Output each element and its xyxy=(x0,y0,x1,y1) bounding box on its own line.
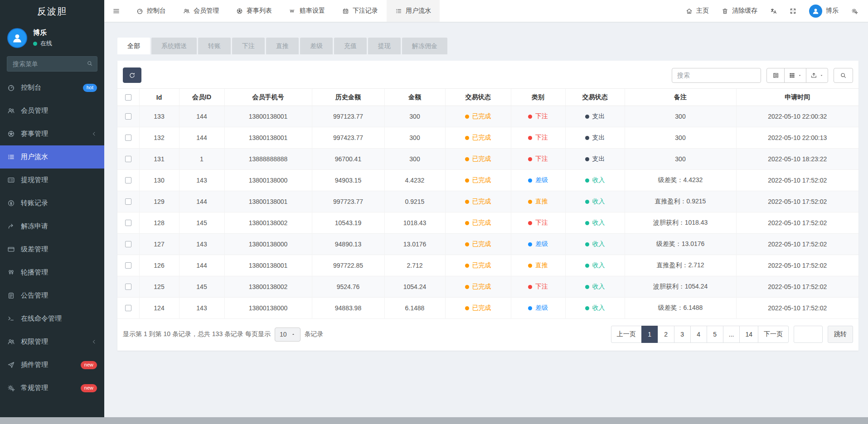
sidebar-item-label: 赛事管理 xyxy=(21,130,48,138)
sidebar-item-online-commands[interactable]: 在线命令管理 xyxy=(0,307,104,330)
pagination-page-4[interactable]: 4 xyxy=(690,326,707,343)
cell-member-id: 143 xyxy=(179,170,224,191)
pagination-ellipsis[interactable]: ... xyxy=(723,326,740,343)
status-text: 收入 xyxy=(592,283,605,291)
sidebar-item-carousel[interactable]: 轮播管理 xyxy=(0,261,104,284)
topnav-item-members[interactable]: 会员管理 xyxy=(175,0,228,22)
row-checkbox[interactable] xyxy=(125,156,131,162)
topnav-item-label: 会员管理 xyxy=(194,7,219,15)
toolbar-export-button[interactable] xyxy=(806,68,828,83)
sidebar-item-unfreeze[interactable]: 解冻申请 xyxy=(0,215,104,238)
refresh-button[interactable] xyxy=(123,67,141,83)
sidebar-item-matches[interactable]: 赛事管理 xyxy=(0,122,104,145)
sidebar-toggle-button[interactable] xyxy=(104,0,128,22)
pagination-page-2[interactable]: 2 xyxy=(658,326,674,343)
status-dot xyxy=(585,264,589,268)
cell-member-id: 143 xyxy=(179,298,224,319)
pagination-page-14[interactable]: 14 xyxy=(739,326,758,343)
row-checkbox[interactable] xyxy=(125,284,131,290)
category-badge: 直推 xyxy=(528,198,548,206)
column-header-1: 会员ID xyxy=(179,89,224,106)
status-dot xyxy=(528,136,532,140)
sidebar-item-dashboard[interactable]: 控制台hot xyxy=(0,76,104,99)
cell-status: 已完成 xyxy=(445,276,511,298)
cell-amount: 4.4232 xyxy=(384,170,445,191)
share-icon xyxy=(7,222,15,230)
tab-unfreeze-commission[interactable]: 解冻佣金 xyxy=(402,38,447,54)
row-checkbox[interactable] xyxy=(125,198,131,205)
tab-transfer[interactable]: 转账 xyxy=(198,38,231,54)
tab-direct-push[interactable]: 直推 xyxy=(266,38,299,54)
topnav-item-bet-records[interactable]: 下注记录 xyxy=(334,0,387,22)
pagination-prev[interactable]: 上一页 xyxy=(611,326,642,343)
topnav-user[interactable]: 博乐 xyxy=(803,0,845,22)
select-all-checkbox[interactable] xyxy=(125,94,131,101)
cell-time: 2022-05-10 17:52:02 xyxy=(736,298,858,319)
tab-level-diff[interactable]: 差级 xyxy=(300,38,333,54)
user-avatar-small xyxy=(809,5,822,18)
cell-status: 已完成 xyxy=(445,191,511,212)
sidebar-item-level-diff[interactable]: 级差管理 xyxy=(0,238,104,261)
toolbar-detail-view-button[interactable] xyxy=(766,68,785,83)
category-badge: 下注 xyxy=(528,155,548,163)
sidebar-item-members[interactable]: 会员管理 xyxy=(0,99,104,122)
status-badge: 已完成 xyxy=(465,112,491,120)
status-dot xyxy=(585,200,589,204)
pagination-page-1[interactable]: 1 xyxy=(641,326,658,343)
advanced-search-button[interactable] xyxy=(834,68,853,83)
sidebar-item-plugins[interactable]: 插件管理new xyxy=(0,353,104,376)
pagination-page-3[interactable]: 3 xyxy=(674,326,691,343)
sidebar-item-permissions[interactable]: 权限管理 xyxy=(0,330,104,353)
status-badge: 已完成 xyxy=(465,176,491,184)
cell-history-amount: 9524.76 xyxy=(312,276,384,298)
tab-all[interactable]: 全部 xyxy=(117,38,150,54)
column-header-5: 交易状态 xyxy=(445,89,511,106)
topnav-home-button[interactable]: 主页 xyxy=(679,0,715,22)
cell-phone: 13800138001 xyxy=(224,191,312,212)
row-checkbox[interactable] xyxy=(125,262,131,269)
page-jump-button[interactable]: 跳转 xyxy=(828,326,853,343)
topnav-clear-cache-button[interactable]: 清除缓存 xyxy=(715,0,764,22)
cell-category: 下注 xyxy=(511,106,565,127)
sidebar-search-input[interactable] xyxy=(7,56,97,72)
row-checkbox[interactable] xyxy=(125,220,131,226)
topnav-item-dashboard[interactable]: 控制台 xyxy=(128,0,175,22)
row-checkbox[interactable] xyxy=(125,113,131,120)
cell-phone: 13800138000 xyxy=(224,234,312,255)
row-checkbox[interactable] xyxy=(125,135,131,141)
user-avatar[interactable] xyxy=(7,28,27,48)
pagination-next[interactable]: 下一页 xyxy=(758,326,789,343)
sidebar-item-withdrawals[interactable]: 提现管理 xyxy=(0,169,104,192)
status-text: 收入 xyxy=(592,304,605,312)
topnav-item-user-flow[interactable]: 用户流水 xyxy=(387,0,440,22)
sidebar-item-label: 在线命令管理 xyxy=(21,314,62,323)
cell-checkbox xyxy=(117,127,139,149)
horizontal-scrollbar[interactable] xyxy=(0,417,868,424)
topnav-settings[interactable] xyxy=(845,0,864,22)
topnav-fullscreen[interactable] xyxy=(783,0,803,22)
home-icon xyxy=(686,8,693,14)
page-size-select[interactable]: 10 xyxy=(275,328,301,342)
topnav-item-odds-settings[interactable]: 赔率设置 xyxy=(281,0,334,22)
tab-recharge[interactable]: 充值 xyxy=(334,38,367,54)
status-badge: 已完成 xyxy=(465,198,491,206)
page-jump-input[interactable] xyxy=(794,326,823,343)
sidebar-item-announcements[interactable]: 公告管理 xyxy=(0,284,104,307)
tab-system-gift[interactable]: 系统赠送 xyxy=(151,38,197,54)
tab-withdraw[interactable]: 提现 xyxy=(368,38,401,54)
person-icon xyxy=(812,7,820,15)
pagination-page-5[interactable]: 5 xyxy=(707,326,723,343)
topnav-translate[interactable] xyxy=(764,0,783,22)
toolbar-toggle-columns-button[interactable] xyxy=(784,68,806,83)
summary-text-left: 显示第 1 到第 10 条记录，总共 133 条记录 每页显示 xyxy=(123,330,271,338)
table-search-input[interactable] xyxy=(672,68,761,83)
row-checkbox[interactable] xyxy=(125,241,131,247)
sidebar-item-transfers[interactable]: 转账记录 xyxy=(0,192,104,215)
sidebar-item-user-flow[interactable]: 用户流水 xyxy=(0,145,104,169)
row-checkbox[interactable] xyxy=(125,177,131,183)
cell-member-id: 144 xyxy=(179,127,224,149)
sidebar-item-general[interactable]: 常规管理new xyxy=(0,376,104,400)
row-checkbox[interactable] xyxy=(125,305,131,311)
topnav-item-match-list[interactable]: 赛事列表 xyxy=(228,0,281,22)
tab-bet[interactable]: 下注 xyxy=(232,38,265,54)
